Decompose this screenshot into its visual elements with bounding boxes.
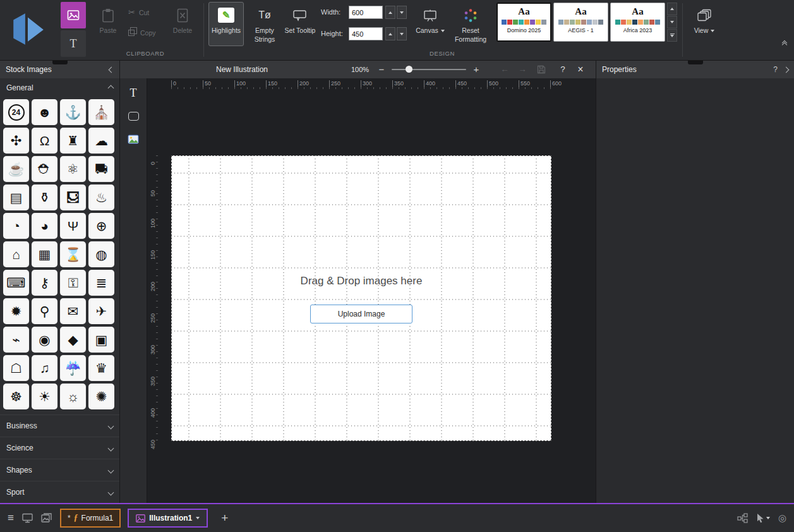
stock-image-key[interactable]: ⚷: [32, 270, 57, 296]
stock-image-bright-sun[interactable]: ☼: [60, 384, 86, 409]
collapse-ribbon-button[interactable]: [783, 43, 786, 47]
zoom-slider-thumb[interactable]: [406, 66, 412, 73]
image-tool[interactable]: [124, 131, 142, 148]
artboard[interactable]: Drag & Drop images here Upload Image: [171, 155, 551, 441]
width-input[interactable]: [349, 6, 383, 19]
zoom-slider[interactable]: [392, 69, 466, 70]
zoom-in-button[interactable]: +: [471, 64, 481, 75]
stock-image-graduation-cap[interactable]: ⛑: [32, 156, 57, 182]
width-decrease-button[interactable]: [397, 6, 407, 19]
empty-strings-button[interactable]: Tø Empty Strings: [248, 2, 282, 46]
stock-image-wire-globe[interactable]: ◍: [88, 241, 114, 267]
section-sport[interactable]: Sport: [0, 481, 119, 503]
canvas-button[interactable]: Canvas: [413, 2, 447, 46]
target-icon[interactable]: ◎: [778, 512, 786, 524]
height-decrease-button[interactable]: [397, 27, 407, 40]
stock-image-layers[interactable]: ≣: [88, 270, 114, 296]
gallery-scroll-up-button[interactable]: [667, 3, 677, 15]
delete-button[interactable]: Delete: [167, 2, 198, 46]
stock-image-storm-cloud[interactable]: ☁: [88, 128, 114, 154]
save-button[interactable]: [536, 65, 547, 76]
stock-image-diamond[interactable]: ◆: [60, 327, 86, 353]
text-tool[interactable]: T: [124, 84, 142, 102]
stock-image-map-pin[interactable]: ⚲: [32, 298, 57, 324]
stock-image-museum[interactable]: ⛪: [88, 99, 114, 125]
panel-drag-handle[interactable]: [688, 61, 703, 64]
section-business[interactable]: Business: [0, 414, 119, 437]
stock-image-delivery-truck[interactable]: ⛟: [88, 156, 114, 182]
stock-image-wine-glass[interactable]: Ψ: [60, 213, 86, 239]
stock-image-coffee-cup[interactable]: ☕: [3, 156, 29, 182]
stock-image-bell[interactable]: Ω: [32, 128, 57, 154]
redo-button[interactable]: →: [517, 64, 528, 74]
stock-image-crown[interactable]: ♛: [88, 355, 114, 381]
collapse-panel-icon[interactable]: [109, 66, 115, 73]
stock-image-gift-box[interactable]: ▣: [88, 327, 114, 353]
stock-image-plug[interactable]: ⌁: [3, 327, 29, 353]
stock-image-fire[interactable]: ♨: [88, 184, 114, 210]
stock-image-thinking-head[interactable]: ☻: [32, 99, 57, 125]
stock-image-rain-cloud[interactable]: ☔: [60, 355, 86, 381]
menu-icon[interactable]: ≡: [8, 512, 14, 524]
stock-image-envelope[interactable]: ✉: [60, 298, 86, 324]
undo-button[interactable]: ←: [499, 64, 510, 74]
panel-drag-handle[interactable]: [52, 61, 68, 64]
set-tooltip-button[interactable]: Set Tooltip: [283, 2, 317, 46]
stock-image-sun[interactable]: ☀: [32, 384, 57, 409]
stock-image-anchor[interactable]: ⚓: [60, 99, 86, 125]
shape-tool[interactable]: [124, 107, 142, 125]
section-general[interactable]: General: [0, 78, 119, 97]
stock-image-gauge[interactable]: ◔: [3, 213, 29, 239]
height-increase-button[interactable]: [385, 27, 395, 40]
stock-image-office-building[interactable]: ▦: [32, 241, 57, 267]
stock-image-clipboard[interactable]: ▤: [3, 184, 29, 210]
properties-help-icon[interactable]: ?: [773, 65, 778, 74]
view-button[interactable]: View: [687, 2, 721, 46]
copy-button[interactable]: Copy: [128, 29, 156, 37]
gallery-expand-button[interactable]: [667, 29, 677, 42]
tab-formula1[interactable]: * ƒ Formula1: [60, 509, 121, 528]
zoom-out-button[interactable]: −: [376, 64, 387, 75]
stock-image-power-button[interactable]: ◉: [32, 327, 57, 353]
stock-image-light-bulb[interactable]: ✹: [3, 298, 29, 324]
stock-image-wine-bottle[interactable]: ⚱: [32, 184, 57, 210]
stock-image-music-note[interactable]: ♫: [32, 355, 57, 381]
highlights-button[interactable]: ✎ Highlights: [208, 2, 244, 46]
flow-icon[interactable]: [737, 513, 748, 523]
illustration-mode-tab[interactable]: [61, 2, 86, 28]
upload-image-button[interactable]: Upload Image: [310, 305, 412, 323]
tab-dropdown-icon[interactable]: [196, 517, 200, 519]
stock-image-castle[interactable]: ♜: [60, 128, 86, 154]
cut-button[interactable]: ✂ Cut: [128, 8, 149, 17]
expand-panel-icon[interactable]: [783, 66, 790, 73]
stock-image-speedometer[interactable]: ◕: [32, 213, 57, 239]
theme-africa-2023[interactable]: AaAfrica 2023: [610, 3, 665, 42]
width-increase-button[interactable]: [385, 6, 395, 19]
stock-image-network[interactable]: ⚛: [60, 156, 86, 182]
pointer-tool-button[interactable]: [756, 513, 770, 523]
tab-illustration1[interactable]: Illustration1: [128, 509, 208, 528]
gallery-scroll-down-button[interactable]: [667, 16, 677, 28]
stock-image-gamepad[interactable]: ⌨: [3, 270, 29, 296]
app-logo[interactable]: [9, 10, 48, 49]
stock-image-home[interactable]: ⌂: [3, 241, 29, 267]
stock-image-door-key[interactable]: ⚿: [60, 270, 86, 296]
reset-formatting-button[interactable]: Reset Formatting: [450, 2, 491, 46]
theme-domino-2025[interactable]: AaDomino 2025: [496, 3, 551, 42]
stock-image-sun-rays[interactable]: ✺: [88, 384, 114, 409]
stock-image-shopping-cart[interactable]: ☸: [3, 384, 29, 409]
paste-button[interactable]: Paste: [92, 2, 124, 46]
stock-image-airplane[interactable]: ✈: [88, 298, 114, 324]
monitor-icon[interactable]: [22, 513, 33, 523]
add-tab-button[interactable]: +: [221, 511, 228, 525]
stock-image-cold-drink[interactable]: ⛾: [60, 184, 86, 210]
stock-image-hourglass[interactable]: ⌛: [60, 241, 86, 267]
stock-image-hours-24[interactable]: 24: [3, 99, 29, 125]
close-document-button[interactable]: ×: [575, 64, 586, 75]
stock-image-globe[interactable]: ⊕: [88, 213, 114, 239]
section-science[interactable]: Science: [0, 437, 119, 459]
help-button[interactable]: ?: [557, 64, 568, 74]
image-pages-icon[interactable]: [41, 513, 52, 523]
stock-image-shopping-basket[interactable]: ☖: [3, 355, 29, 381]
text-mode-tab[interactable]: T: [61, 30, 86, 57]
